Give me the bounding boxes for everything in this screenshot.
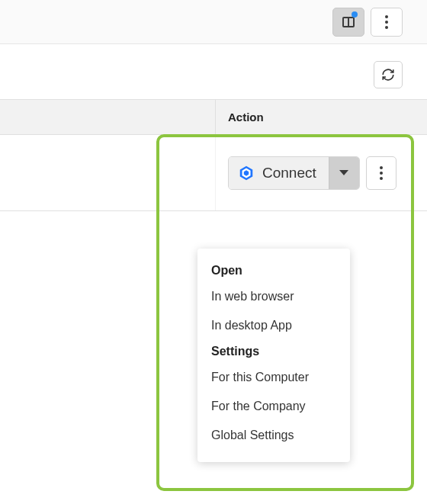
menu-item-desktop-app[interactable]: In desktop App <box>197 311 350 340</box>
kebab-icon <box>380 166 383 180</box>
row-more-button[interactable] <box>366 156 396 190</box>
layout-icon <box>342 17 355 27</box>
column-header-action: Action <box>215 100 427 134</box>
refresh-row <box>0 44 427 99</box>
table: Action Connect <box>0 99 427 211</box>
menu-item-web-browser[interactable]: In web browser <box>197 282 350 311</box>
connect-icon <box>238 165 255 181</box>
connect-dropdown-toggle[interactable] <box>329 157 359 189</box>
action-cell: Connect <box>215 135 427 210</box>
menu-section-open: Open <box>197 259 350 282</box>
menu-item-global-settings[interactable]: Global Settings <box>197 421 350 450</box>
refresh-button[interactable] <box>374 61 403 88</box>
connect-button[interactable]: Connect <box>229 157 329 189</box>
table-row: Connect <box>0 135 427 211</box>
more-menu-button[interactable] <box>371 8 403 37</box>
menu-item-this-computer[interactable]: For this Computer <box>197 363 350 392</box>
menu-section-settings: Settings <box>197 340 350 363</box>
table-header-row: Action <box>0 100 427 135</box>
connect-dropdown-menu: Open In web browser In desktop App Setti… <box>197 249 350 462</box>
chevron-down-icon <box>339 170 348 175</box>
refresh-icon <box>381 68 395 82</box>
connect-label: Connect <box>262 165 316 181</box>
notification-dot <box>352 11 358 18</box>
connect-split-button: Connect <box>228 156 360 190</box>
menu-item-company[interactable]: For the Company <box>197 392 350 421</box>
top-toolbar <box>0 0 427 44</box>
layout-toggle-button[interactable] <box>332 8 364 37</box>
kebab-icon <box>385 15 388 29</box>
